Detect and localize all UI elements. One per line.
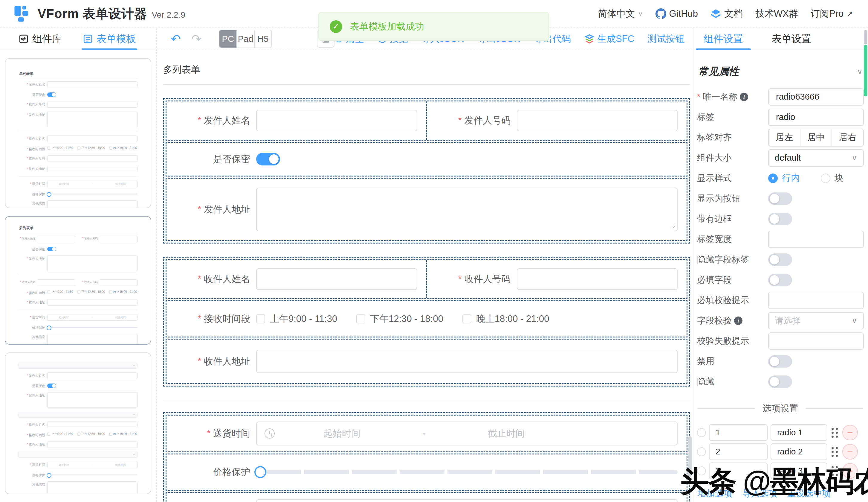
other-info-textarea[interactable]: [256, 499, 678, 502]
drag-handle-icon[interactable]: [830, 466, 839, 476]
template-card-2[interactable]: 多列表单发件人姓名发件人号码是否保密发件人地址收件人姓名收件人号码接收时间段上午…: [5, 216, 151, 345]
required-switch[interactable]: [768, 274, 792, 286]
template-card-3[interactable]: 发件人姓名是否保密发件人地址收件人姓名接收时间段上午9:00 - 11:30下午…: [5, 352, 151, 494]
option-label-input[interactable]: [771, 443, 827, 460]
field-sender-name[interactable]: 发件人姓名: [166, 110, 426, 131]
receiver-phone-input[interactable]: [517, 268, 678, 290]
grid-container-receiver[interactable]: 收件人姓名 收件人号码 接收时间段: [163, 257, 690, 386]
field-delivery-time[interactable]: 送货时间 起始时间 - 截止时间: [166, 422, 686, 445]
common-props-section-header[interactable]: 常见属性 ∨: [698, 64, 862, 78]
canvas-scrollbar[interactable]: [688, 436, 692, 477]
checkbox-afternoon[interactable]: 下午12:30 - 18:00: [356, 313, 443, 325]
field-validation-select[interactable]: 请选择 ∨: [768, 312, 864, 329]
wechat-group-link[interactable]: 技术WX群: [755, 8, 798, 20]
align-right-button[interactable]: 居右: [831, 129, 863, 146]
add-option-link[interactable]: 增加选项: [698, 488, 732, 500]
docs-link[interactable]: 文档: [711, 8, 743, 20]
device-h5-button[interactable]: H5: [254, 30, 271, 48]
option-value-input[interactable]: [709, 443, 767, 460]
tab-form-templates[interactable]: 表单模板: [83, 28, 136, 50]
option-radio[interactable]: [697, 447, 706, 456]
remove-option-button[interactable]: −: [842, 425, 858, 440]
slider-track[interactable]: [256, 470, 678, 474]
option-label-input[interactable]: [771, 462, 827, 479]
grid-container-delivery[interactable]: 送货时间 起始时间 - 截止时间 价格保护: [163, 412, 690, 502]
grid-row[interactable]: 收件人姓名 收件人号码: [166, 259, 688, 299]
receiver-address-input[interactable]: [256, 350, 678, 373]
form-canvas[interactable]: 多列表单 发件人姓名 发件人号码: [157, 50, 693, 502]
field-time-slot[interactable]: 接收时间段 上午9:00 - 11:30 下午12:30 - 18:00: [166, 313, 686, 325]
align-center-button[interactable]: 居中: [800, 129, 831, 146]
github-link[interactable]: GitHub: [655, 8, 698, 19]
device-pad-button[interactable]: Pad: [236, 30, 254, 48]
undo-button[interactable]: ↶: [170, 33, 181, 45]
grid-row[interactable]: 收件人地址: [166, 339, 688, 384]
template-card-1[interactable]: 单列表单发件人姓名是否保密发件人号码发件人地址收件人姓名接收时间段上午9:00 …: [5, 58, 151, 208]
field-receiver-phone[interactable]: 收件人号码: [427, 268, 687, 290]
tab-widget-library[interactable]: 组件库: [19, 28, 62, 50]
option-value-input[interactable]: [709, 462, 767, 479]
required-hint-input[interactable]: [768, 292, 864, 309]
receiver-name-input[interactable]: [256, 268, 417, 290]
scrollbar-track[interactable]: [864, 30, 867, 44]
generate-sfc-button[interactable]: 生成SFC: [584, 33, 634, 45]
grid-cell[interactable]: 收件人号码: [426, 260, 687, 298]
grid-row[interactable]: 其他信息: [166, 492, 688, 502]
option-value-input[interactable]: [709, 424, 767, 441]
label-input[interactable]: [768, 109, 864, 126]
redo-button[interactable]: ↷: [192, 33, 202, 45]
grid-row[interactable]: 送货时间 起始时间 - 截止时间: [166, 415, 688, 452]
sender-phone-input[interactable]: [517, 110, 678, 131]
grid-row[interactable]: 发件人地址: [166, 178, 688, 241]
info-icon[interactable]: i: [740, 93, 748, 101]
remove-option-button[interactable]: −: [842, 444, 858, 460]
validation-fail-hint-input[interactable]: [768, 332, 864, 350]
price-protect-slider[interactable]: [256, 465, 678, 479]
tab-widget-settings[interactable]: 组件设置: [704, 28, 743, 50]
field-receiver-address[interactable]: 收件人地址: [166, 350, 686, 373]
hidden-switch[interactable]: [768, 375, 792, 388]
display-inline-radio[interactable]: 行内: [768, 172, 800, 184]
drag-handle-icon[interactable]: [830, 447, 839, 457]
display-as-button-switch[interactable]: [768, 192, 792, 205]
end-time-placeholder[interactable]: 截止时间: [442, 427, 571, 440]
grid-row[interactable]: 价格保护: [166, 453, 688, 491]
disabled-switch[interactable]: [768, 355, 792, 368]
grid-container-sender[interactable]: 发件人姓名 发件人号码 是否保密: [163, 98, 690, 243]
drag-handle-icon[interactable]: [830, 428, 839, 438]
grid-row[interactable]: 是否保密: [166, 142, 688, 177]
widget-size-select[interactable]: default ∨: [768, 149, 864, 167]
label-width-input[interactable]: [768, 231, 864, 248]
grid-cell[interactable]: 发件人号码: [426, 101, 687, 140]
grid-row[interactable]: 接收时间段 上午9:00 - 11:30 下午12:30 - 18:00: [166, 300, 688, 338]
device-pc-button[interactable]: PC: [219, 30, 236, 48]
field-receiver-name[interactable]: 收件人姓名: [166, 268, 426, 290]
align-left-button[interactable]: 居左: [769, 129, 800, 146]
option-radio[interactable]: [697, 428, 706, 437]
language-switcher[interactable]: 简体中文 ∨: [598, 8, 643, 20]
display-block-radio[interactable]: 块: [821, 172, 844, 184]
sender-address-textarea[interactable]: [256, 188, 678, 231]
checkbox-morning[interactable]: 上午9:00 - 11:30: [256, 313, 337, 325]
tab-form-settings[interactable]: 表单设置: [772, 28, 811, 50]
import-options-link[interactable]: 导入选项: [743, 488, 777, 500]
slider-handle[interactable]: [254, 466, 266, 478]
with-border-switch[interactable]: [768, 213, 792, 225]
grid-row[interactable]: 发件人姓名 发件人号码: [166, 101, 688, 141]
secret-switch[interactable]: [256, 153, 280, 165]
reset-selected-link[interactable]: 重设选中项: [787, 488, 831, 500]
grid-cell[interactable]: 收件人姓名: [166, 260, 426, 298]
option-radio[interactable]: [697, 466, 706, 475]
start-time-placeholder[interactable]: 起始时间: [278, 427, 406, 440]
field-sender-phone[interactable]: 发件人号码: [427, 110, 687, 131]
option-label-input[interactable]: [771, 424, 827, 441]
info-icon[interactable]: i: [734, 317, 743, 325]
sender-name-input[interactable]: [256, 110, 417, 131]
grid-cell[interactable]: 发件人姓名: [166, 101, 426, 140]
hide-field-label-switch[interactable]: [768, 253, 792, 266]
field-sender-address[interactable]: 发件人地址: [166, 188, 686, 231]
checkbox-evening[interactable]: 晚上18:00 - 21:00: [462, 313, 549, 325]
delivery-time-range-picker[interactable]: 起始时间 - 截止时间: [256, 422, 678, 445]
test-button[interactable]: 测试按钮: [648, 33, 684, 45]
subscribe-pro-link[interactable]: 订阅Pro ↗: [810, 8, 853, 20]
